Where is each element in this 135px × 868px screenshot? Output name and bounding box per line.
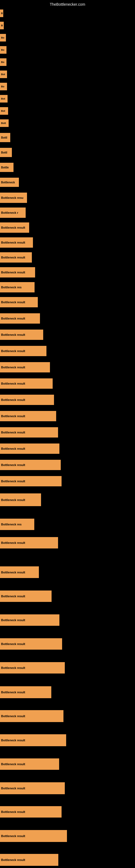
bar-label: Bottleneck result	[0, 758, 59, 770]
bar-label: Bottle	[0, 163, 13, 172]
bar-label: B	[0, 9, 3, 17]
bar-label: Bottleneck	[0, 178, 19, 187]
bar-label: Bottleneck res	[0, 282, 35, 292]
bar-label: Bot	[0, 107, 8, 115]
bar-item: Bottle	[0, 163, 13, 172]
bar-label: Bo	[0, 46, 6, 54]
bar-label: Bot	[0, 95, 8, 102]
bar-label: Bo	[0, 34, 6, 41]
bar-label: Bottleneck result	[0, 686, 51, 698]
bar-item: Bottleneck resu	[0, 193, 27, 203]
bar-item: Bottleneck result	[0, 395, 54, 405]
bar-item: Bottleneck result	[0, 614, 59, 626]
bar-item: Bottleneck result	[0, 662, 65, 674]
bar-label: Bottleneck result	[0, 313, 40, 323]
bar-label: Bottleneck result	[0, 734, 66, 746]
bar-label: Bottleneck result	[0, 476, 61, 486]
bar-item: Bottl	[0, 148, 12, 157]
bar-label: Bottleneck result	[0, 590, 52, 602]
bar-label: Bottleneck result	[0, 566, 39, 578]
bar-item: B	[0, 9, 3, 17]
bar-item: Bott	[0, 119, 9, 127]
bar-label: Bottleneck result	[0, 411, 56, 421]
bar-item: Bottleneck result	[0, 313, 40, 323]
bar-label: Bottleneck result	[0, 854, 58, 866]
bar-item: Bottleneck result	[0, 362, 50, 372]
bar-label: Bottleneck result	[0, 782, 65, 794]
bar-item: Bottleneck result	[0, 411, 56, 421]
bar-label: Bottleneck result	[0, 222, 29, 233]
bar-label: Bottleneck result	[0, 330, 43, 340]
bar-item: Bottleneck result	[0, 476, 61, 486]
bar-item: Bottleneck result	[0, 686, 51, 698]
bar-item: Bottleneck result	[0, 590, 52, 602]
bar-item: Bottleneck res	[0, 519, 34, 530]
bar-label: Bottleneck r	[0, 208, 26, 218]
bar-item: Bot	[0, 107, 8, 115]
bar-label: Bottleneck result	[0, 460, 61, 470]
bar-label: Bottleneck result	[0, 830, 67, 842]
bar-label: Bottl	[0, 148, 12, 157]
bar-label: Bot	[0, 70, 7, 78]
bar-item: Bottleneck result	[0, 566, 39, 578]
bar-label: Bottl	[0, 133, 10, 142]
bar-item: Bottleneck result	[0, 330, 43, 340]
bar-item: Bottleneck	[0, 178, 19, 187]
bar-label: Bottleneck result	[0, 297, 38, 307]
bar-item: Bottleneck result	[0, 252, 32, 262]
bar-item: Bottleneck result	[0, 237, 33, 248]
bar-item: B	[0, 22, 4, 29]
bar-item: Bottleneck result	[0, 378, 53, 389]
bar-item: Bottleneck result	[0, 758, 59, 770]
bar-item: Bottleneck result	[0, 854, 58, 866]
site-title: TheBottlenecker.com	[50, 2, 85, 6]
bar-item: Bottleneck res	[0, 282, 35, 292]
bar-label: Bottleneck result	[0, 346, 46, 356]
bar-item: Bottleneck result	[0, 443, 59, 454]
bar-item: Bottleneck result	[0, 222, 29, 233]
bar-label: Bottleneck result	[0, 395, 54, 405]
bar-label: Bottleneck result	[0, 614, 59, 626]
bar-item: Bottleneck result	[0, 734, 66, 746]
bar-label: Bottleneck result	[0, 252, 32, 262]
bar-label: Bottleneck result	[0, 378, 53, 389]
bar-item: Bottl	[0, 133, 10, 142]
bar-item: Bot	[0, 95, 8, 102]
bar-label: Bottleneck result	[0, 662, 65, 674]
bar-item: Bottleneck result	[0, 830, 67, 842]
bar-label: Bottleneck result	[0, 443, 59, 454]
bar-item: Bo	[0, 58, 6, 66]
bar-item: Bottleneck result	[0, 782, 65, 794]
bar-label: Bottleneck result	[0, 537, 58, 549]
bar-label: Bo	[0, 83, 7, 90]
bar-label: Bottleneck result	[0, 638, 62, 650]
bar-item: Bottleneck result	[0, 638, 62, 650]
bar-item: Bottleneck result	[0, 427, 58, 437]
bar-item: Bo	[0, 34, 6, 41]
bar-item: Bo	[0, 83, 7, 90]
bar-item: Bottleneck result	[0, 267, 35, 278]
bar-item: Bo	[0, 46, 6, 54]
bar-label: Bottleneck result	[0, 362, 50, 372]
bar-item: Bottleneck result	[0, 297, 38, 307]
bar-label: Bottleneck result	[0, 806, 61, 817]
bar-label: Bottleneck res	[0, 519, 34, 530]
bar-label: Bott	[0, 119, 9, 127]
bar-item: Bottleneck result	[0, 493, 41, 506]
bar-label: Bottleneck result	[0, 710, 63, 722]
bar-item: Bot	[0, 70, 7, 78]
bar-item: Bottleneck result	[0, 460, 61, 470]
bar-item: Bottleneck result	[0, 710, 63, 722]
bar-item: Bottleneck result	[0, 346, 46, 356]
bar-label: Bottleneck result	[0, 237, 33, 248]
bar-item: Bottleneck r	[0, 208, 26, 218]
bar-label: Bottleneck result	[0, 427, 58, 437]
bar-item: Bottleneck result	[0, 806, 61, 817]
bar-label: Bottleneck result	[0, 267, 35, 278]
bar-label: Bottleneck result	[0, 493, 41, 506]
bar-label: Bo	[0, 58, 6, 66]
bar-item: Bottleneck result	[0, 537, 58, 549]
bar-label: Bottleneck resu	[0, 193, 27, 203]
bar-label: B	[0, 22, 4, 29]
